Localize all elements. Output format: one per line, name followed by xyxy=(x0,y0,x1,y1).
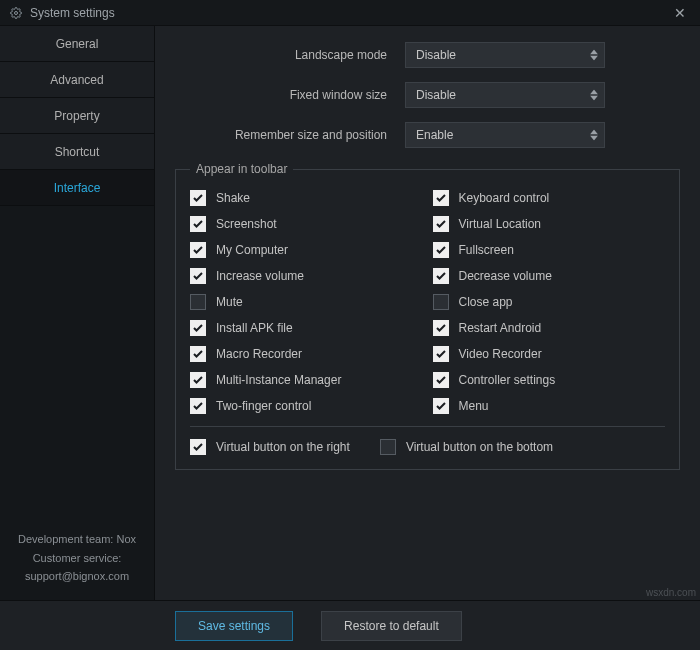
checkbox-label: Video Recorder xyxy=(459,347,542,361)
button-label: Save settings xyxy=(198,619,270,633)
checkbox-box xyxy=(433,346,449,362)
main-panel: Landscape mode Disable Fixed window size… xyxy=(155,26,700,600)
checkbox-box xyxy=(190,216,206,232)
fixed-label: Fixed window size xyxy=(175,88,405,102)
chevron-updown-icon xyxy=(590,90,598,101)
save-button[interactable]: Save settings xyxy=(175,611,293,641)
checkbox-virtual-location[interactable]: Virtual Location xyxy=(433,216,666,232)
checkbox-macro-recorder[interactable]: Macro Recorder xyxy=(190,346,423,362)
checkbox-label: Virtual button on the right xyxy=(216,440,350,454)
fixed-select[interactable]: Disable xyxy=(405,82,605,108)
checkbox-label: Virtual button on the bottom xyxy=(406,440,553,454)
checkbox-box xyxy=(433,216,449,232)
checkbox-box xyxy=(433,372,449,388)
landscape-label: Landscape mode xyxy=(175,48,405,62)
select-value: Disable xyxy=(416,48,456,62)
checkbox-box xyxy=(433,190,449,206)
checkbox-decrease-volume[interactable]: Decrease volume xyxy=(433,268,666,284)
checkbox-label: Increase volume xyxy=(216,269,304,283)
checkbox-mute[interactable]: Mute xyxy=(190,294,423,310)
checkbox-label: Decrease volume xyxy=(459,269,552,283)
tab-label: Advanced xyxy=(50,73,103,87)
checkbox-label: Keyboard control xyxy=(459,191,550,205)
select-value: Enable xyxy=(416,128,453,142)
checkbox-box xyxy=(433,398,449,414)
checkbox-my-computer[interactable]: My Computer xyxy=(190,242,423,258)
checkbox-close-app[interactable]: Close app xyxy=(433,294,666,310)
tab-label: Property xyxy=(54,109,99,123)
toolbar-group: Appear in toolbar ShakeKeyboard controlS… xyxy=(175,162,680,470)
chevron-updown-icon xyxy=(590,50,598,61)
checkbox-fullscreen[interactable]: Fullscreen xyxy=(433,242,666,258)
landscape-select[interactable]: Disable xyxy=(405,42,605,68)
tab-property[interactable]: Property xyxy=(0,98,154,134)
tab-advanced[interactable]: Advanced xyxy=(0,62,154,98)
checkbox-label: Shake xyxy=(216,191,250,205)
tab-label: General xyxy=(56,37,99,51)
checkbox-controller-settings[interactable]: Controller settings xyxy=(433,372,666,388)
checkbox-install-apk-file[interactable]: Install APK file xyxy=(190,320,423,336)
checkbox-box xyxy=(433,294,449,310)
checkbox-box xyxy=(190,346,206,362)
checkbox-box xyxy=(190,190,206,206)
checkbox-label: Controller settings xyxy=(459,373,556,387)
checkbox-shake[interactable]: Shake xyxy=(190,190,423,206)
checkbox-box xyxy=(433,268,449,284)
checkbox-two-finger-control[interactable]: Two-finger control xyxy=(190,398,423,414)
checkbox-virtual-bottom[interactable]: Virtual button on the bottom xyxy=(380,439,553,455)
checkbox-virtual-right[interactable]: Virtual button on the right xyxy=(190,439,350,455)
sidebar-footer: Development team: Nox Customer service: … xyxy=(0,520,154,600)
checkbox-label: Mute xyxy=(216,295,243,309)
tab-general[interactable]: General xyxy=(0,26,154,62)
checkbox-box xyxy=(190,242,206,258)
checkbox-label: My Computer xyxy=(216,243,288,257)
footer-line: Customer service: xyxy=(8,549,146,568)
select-value: Disable xyxy=(416,88,456,102)
checkbox-restart-android[interactable]: Restart Android xyxy=(433,320,666,336)
checkbox-label: Install APK file xyxy=(216,321,293,335)
checkbox-box xyxy=(190,372,206,388)
checkbox-label: Restart Android xyxy=(459,321,542,335)
sidebar: General Advanced Property Shortcut Inter… xyxy=(0,26,155,600)
checkbox-box xyxy=(380,439,396,455)
checkbox-label: Virtual Location xyxy=(459,217,542,231)
checkbox-box xyxy=(433,320,449,336)
checkbox-box xyxy=(190,268,206,284)
tab-label: Interface xyxy=(54,181,101,195)
close-button[interactable]: ✕ xyxy=(670,5,690,21)
tab-interface[interactable]: Interface xyxy=(0,170,154,206)
checkbox-label: Fullscreen xyxy=(459,243,514,257)
checkbox-box xyxy=(190,439,206,455)
footer-line: support@bignox.com xyxy=(8,567,146,586)
checkbox-screenshot[interactable]: Screenshot xyxy=(190,216,423,232)
checkbox-label: Macro Recorder xyxy=(216,347,302,361)
checkbox-keyboard-control[interactable]: Keyboard control xyxy=(433,190,666,206)
checkbox-multi-instance-manager[interactable]: Multi-Instance Manager xyxy=(190,372,423,388)
checkbox-box xyxy=(433,242,449,258)
button-label: Restore to default xyxy=(344,619,439,633)
checkbox-label: Menu xyxy=(459,399,489,413)
checkbox-label: Close app xyxy=(459,295,513,309)
checkbox-increase-volume[interactable]: Increase volume xyxy=(190,268,423,284)
chevron-updown-icon xyxy=(590,130,598,141)
remember-label: Remember size and position xyxy=(175,128,405,142)
checkbox-box xyxy=(190,398,206,414)
remember-select[interactable]: Enable xyxy=(405,122,605,148)
checkbox-label: Screenshot xyxy=(216,217,277,231)
checkbox-box xyxy=(190,320,206,336)
svg-point-0 xyxy=(15,11,18,14)
tab-label: Shortcut xyxy=(55,145,100,159)
checkbox-video-recorder[interactable]: Video Recorder xyxy=(433,346,666,362)
window-title: System settings xyxy=(30,6,115,20)
checkbox-menu[interactable]: Menu xyxy=(433,398,666,414)
checkbox-label: Multi-Instance Manager xyxy=(216,373,341,387)
restore-button[interactable]: Restore to default xyxy=(321,611,462,641)
gear-icon xyxy=(10,7,22,19)
action-bar: Save settings Restore to default xyxy=(0,600,700,650)
tab-shortcut[interactable]: Shortcut xyxy=(0,134,154,170)
footer-line: Development team: Nox xyxy=(8,530,146,549)
titlebar: System settings ✕ xyxy=(0,0,700,26)
checkbox-label: Two-finger control xyxy=(216,399,311,413)
checkbox-box xyxy=(190,294,206,310)
toolbar-legend: Appear in toolbar xyxy=(190,162,293,176)
